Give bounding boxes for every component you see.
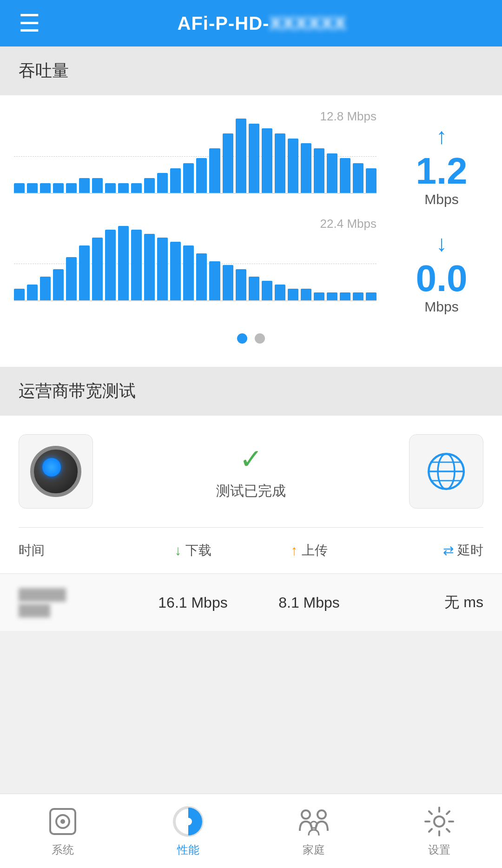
app-header: ☰ AFi-P-HD-XXXXXX bbox=[0, 0, 502, 46]
nav-label-system: 系统 bbox=[52, 842, 74, 857]
nav-label-family: 家庭 bbox=[303, 842, 325, 857]
table-row: ██████ ████ 16.1 Mbps 8.1 Mbps 无 ms bbox=[0, 574, 502, 631]
upload-bar bbox=[118, 183, 129, 193]
isp-status: ✓ 测试已完成 bbox=[216, 443, 286, 501]
nav-item-performance[interactable]: 性能 bbox=[126, 801, 251, 862]
nav-item-settings[interactable]: 设置 bbox=[376, 801, 502, 862]
svg-point-13 bbox=[434, 816, 444, 827]
download-bars bbox=[14, 226, 376, 300]
exchange-icon: ⇄ bbox=[443, 543, 454, 558]
throughput-chart-area: 12.8 Mbps ↑ 1.2 Mbps 22.4 Mbps ↓ 0.0 Mbp… bbox=[0, 95, 502, 367]
svg-point-7 bbox=[60, 819, 65, 824]
svg-line-18 bbox=[429, 811, 432, 814]
col-delay-header: ⇄ 延时 bbox=[367, 542, 483, 559]
device-title: AFi-P-HD-XXXXXX bbox=[40, 13, 483, 34]
download-bar bbox=[105, 230, 116, 300]
isp-body: ✓ 测试已完成 bbox=[0, 416, 502, 527]
download-bar bbox=[157, 238, 168, 300]
time-value-1: ██████ bbox=[19, 588, 135, 601]
nav-label-performance: 性能 bbox=[177, 842, 199, 857]
download-chart-baseline bbox=[14, 300, 376, 301]
download-bar bbox=[353, 292, 363, 300]
upload-bar bbox=[209, 148, 220, 193]
upload-bar bbox=[170, 168, 181, 193]
upload-bar bbox=[223, 133, 233, 193]
time-value-2: ████ bbox=[19, 604, 135, 617]
system-icon bbox=[46, 805, 79, 838]
upload-bar bbox=[66, 183, 77, 193]
upload-bar bbox=[144, 178, 155, 193]
download-bar bbox=[40, 277, 51, 300]
download-bar bbox=[79, 245, 90, 300]
svg-point-9 bbox=[185, 818, 192, 825]
menu-button[interactable]: ☰ bbox=[19, 11, 40, 35]
download-bar bbox=[275, 285, 285, 300]
dot-2[interactable] bbox=[255, 333, 265, 344]
col-delay-label: 延时 bbox=[457, 542, 483, 559]
svg-line-20 bbox=[447, 811, 449, 814]
upload-bar bbox=[353, 163, 363, 193]
svg-point-11 bbox=[317, 810, 326, 819]
upload-bar bbox=[275, 133, 285, 193]
upload-bar bbox=[249, 124, 259, 193]
download-chart-row: 22.4 Mbps ↓ 0.0 Mbps bbox=[0, 217, 502, 315]
download-stats: ↓ 0.0 Mbps bbox=[395, 217, 488, 315]
upload-bar bbox=[301, 143, 311, 193]
download-bar bbox=[131, 230, 142, 300]
download-bar bbox=[183, 245, 194, 300]
upload-speed-cell: 8.1 Mbps bbox=[251, 594, 367, 611]
upload-bar bbox=[157, 173, 168, 193]
col-time-label: 时间 bbox=[19, 542, 45, 559]
upload-bar bbox=[366, 168, 376, 193]
col-up-header: ↑ 上传 bbox=[251, 542, 367, 559]
download-speed-cell: 16.1 Mbps bbox=[135, 594, 251, 611]
check-icon: ✓ bbox=[239, 443, 263, 475]
upload-bar bbox=[79, 178, 90, 193]
col-down-label: 下载 bbox=[185, 542, 211, 559]
upload-chart-baseline bbox=[14, 193, 376, 194]
download-bar bbox=[170, 242, 181, 300]
download-bar bbox=[118, 226, 129, 300]
time-cell: ██████ ████ bbox=[19, 588, 135, 617]
upload-bar bbox=[196, 158, 207, 193]
download-bar bbox=[66, 257, 77, 300]
isp-section-label: 运营商带宽测试 bbox=[0, 367, 502, 416]
upload-chart-container: 12.8 Mbps bbox=[0, 109, 395, 202]
isp-status-text: 测试已完成 bbox=[216, 482, 286, 501]
download-bar bbox=[196, 253, 207, 300]
svg-line-19 bbox=[447, 829, 449, 832]
upload-bar bbox=[14, 183, 25, 193]
nav-item-system[interactable]: 系统 bbox=[0, 801, 126, 862]
download-bar bbox=[14, 289, 25, 300]
upload-bar bbox=[53, 183, 64, 193]
download-bar bbox=[262, 281, 272, 300]
download-value: 0.0 bbox=[416, 260, 467, 297]
download-bar bbox=[236, 269, 246, 300]
router-circle-icon bbox=[30, 446, 81, 497]
download-arrow-icon: ↓ bbox=[175, 543, 182, 558]
bottom-navigation: 系统 性能 家庭 bbox=[0, 794, 502, 868]
upload-bar bbox=[105, 183, 116, 193]
download-bar bbox=[301, 289, 311, 300]
download-bar bbox=[327, 292, 337, 300]
download-bar bbox=[27, 285, 38, 300]
upload-bar bbox=[314, 148, 324, 193]
upload-bar bbox=[288, 139, 298, 193]
upload-bar bbox=[131, 183, 142, 193]
svg-line-21 bbox=[429, 829, 432, 832]
download-bar bbox=[366, 292, 376, 300]
throughput-section-label: 吞吐量 bbox=[0, 46, 502, 95]
upload-value: 1.2 bbox=[416, 152, 467, 190]
pagination-dots bbox=[0, 324, 502, 358]
dot-1[interactable] bbox=[237, 333, 247, 344]
upload-bar bbox=[236, 119, 246, 193]
upload-chart-row: 12.8 Mbps ↑ 1.2 Mbps bbox=[0, 109, 502, 207]
upload-bar bbox=[40, 183, 51, 193]
nav-item-family[interactable]: 家庭 bbox=[251, 801, 376, 862]
router-icon bbox=[19, 434, 93, 509]
upload-bar bbox=[183, 163, 194, 193]
download-chart-container: 22.4 Mbps bbox=[0, 217, 395, 310]
svg-point-10 bbox=[302, 810, 310, 819]
upload-bar bbox=[262, 128, 272, 193]
upload-bar bbox=[27, 183, 38, 193]
